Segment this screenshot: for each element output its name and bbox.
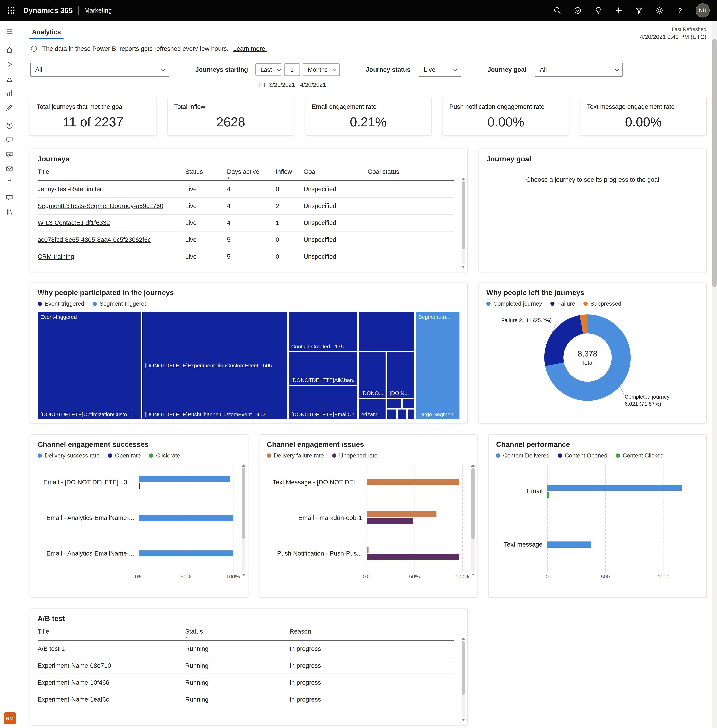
months-count-input[interactable]: 1 [284, 63, 300, 76]
bar[interactable] [547, 541, 591, 548]
bar[interactable] [367, 554, 459, 560]
chat-icon[interactable] [0, 190, 19, 205]
add-icon[interactable] [614, 6, 623, 15]
home-icon[interactable] [0, 43, 19, 57]
legend-item[interactable]: Open rate [108, 452, 141, 459]
bar[interactable] [547, 492, 549, 497]
journey-filter-dropdown[interactable]: All [30, 63, 169, 76]
search-icon[interactable] [553, 6, 562, 15]
library-icon[interactable] [0, 205, 19, 219]
legend-item[interactable]: Content Delivered [496, 452, 549, 459]
filter-icon[interactable] [635, 6, 644, 15]
treemap-tile[interactable] [387, 399, 401, 409]
legend-item[interactable]: Segment-triggered [93, 300, 148, 307]
journey-title-link[interactable]: W-L3-ContactEJ-df1f6332 [38, 219, 110, 226]
journey-status-dropdown[interactable]: Live [419, 63, 461, 76]
chart-scrollbar[interactable] [471, 464, 475, 576]
get-started-icon[interactable] [0, 57, 19, 72]
legend-item[interactable]: Delivery success rate [38, 452, 100, 459]
journey-title-link[interactable]: Jenny-Test-RateLimiter [38, 185, 102, 193]
tab-analytics[interactable]: Analytics [30, 26, 63, 39]
last-dropdown[interactable]: Last [255, 63, 281, 76]
journey-title-link[interactable]: CRM training [38, 253, 74, 260]
unit-dropdown[interactable]: Months [303, 63, 340, 76]
legend-item[interactable]: Failure [551, 300, 575, 307]
ab-scrollbar[interactable] [461, 638, 465, 721]
notes-icon[interactable] [0, 133, 19, 147]
treemap-tile[interactable] [358, 312, 415, 352]
treemap-tile[interactable]: Event-triggered[DONOTDELETE]Optimization… [38, 312, 141, 419]
edit-icon[interactable] [0, 100, 19, 115]
scroll-down-icon[interactable] [461, 719, 465, 721]
treemap-tile[interactable]: [DONOTDELETE]AllChan... [288, 352, 358, 385]
lightbulb-icon[interactable] [593, 6, 603, 15]
learn-more-link[interactable]: Learn more. [233, 45, 267, 52]
table-cell: 5 [227, 248, 276, 265]
scroll-down-icon[interactable] [461, 266, 465, 268]
treemap-tile[interactable] [402, 399, 415, 409]
col-title[interactable]: Title [38, 624, 185, 641]
col-days-active[interactable]: Days active▲ [227, 164, 276, 181]
treemap-tile[interactable]: [DONOTDELETE]ExperimentationCustomEvent … [142, 312, 288, 419]
col-title[interactable]: Title [38, 164, 185, 181]
treemap-tile[interactable]: [DONO... [358, 352, 386, 398]
treemap-tile[interactable]: Segment-tri...Large Segmen... [416, 312, 460, 419]
rm-badge[interactable]: RM [4, 712, 16, 724]
bar[interactable] [367, 511, 436, 517]
treemap-tile[interactable] [398, 409, 406, 419]
col-reason[interactable]: Reason [290, 624, 455, 641]
scroll-up-icon[interactable] [461, 638, 465, 640]
col-goal[interactable]: Goal [304, 164, 368, 181]
bar[interactable] [547, 485, 682, 491]
bar[interactable] [367, 479, 459, 485]
journey-title-link[interactable]: ac078fcd-8e65-4805-8aa4-0c5f23062f6c [38, 236, 151, 243]
waffle-icon[interactable] [5, 4, 18, 17]
page-scrollbar[interactable] [712, 21, 717, 728]
bar[interactable] [139, 551, 233, 557]
legend-item[interactable]: Event-triggered [38, 300, 84, 307]
legend-item[interactable]: Content Opened [558, 452, 607, 459]
page-scrollbar-thumb[interactable] [712, 38, 717, 287]
history-icon[interactable] [0, 118, 19, 133]
legend-item[interactable]: Content Clicked [616, 452, 664, 459]
legend-item[interactable]: Delivery failure rate [267, 452, 324, 459]
legend-item[interactable]: Suppressed [583, 300, 621, 307]
email-icon[interactable] [0, 162, 19, 176]
col-inflow[interactable]: Inflow [276, 164, 304, 181]
approvals-icon[interactable] [0, 147, 19, 162]
treemap-tile[interactable] [407, 409, 415, 419]
bar[interactable] [367, 518, 413, 524]
table-cell: In progress [290, 674, 455, 691]
treemap-tile[interactable]: [DONOTDELETE]EmailCh... [288, 385, 358, 419]
treemap-tile[interactable]: Contact Created - 175 [288, 312, 358, 352]
bar[interactable] [139, 515, 233, 521]
bar[interactable] [139, 483, 140, 489]
analytics-icon[interactable] [0, 86, 19, 100]
settings-gear-icon[interactable] [655, 6, 664, 15]
task-checker-icon[interactable] [573, 6, 583, 15]
journeys-scrollbar[interactable] [461, 178, 465, 268]
legend-item[interactable]: Unopened rate [332, 452, 378, 459]
bar[interactable] [367, 547, 369, 553]
menu-icon[interactable] [0, 24, 19, 39]
journey-goal-dropdown[interactable]: All [535, 63, 623, 76]
col-status[interactable]: Status [185, 164, 227, 181]
legend-item[interactable]: Click rate [149, 452, 180, 459]
treemap-tile[interactable]: [DO N... [387, 352, 415, 398]
col-status[interactable]: Status▲ [185, 624, 290, 641]
triggers-icon[interactable] [0, 72, 19, 86]
legend-item[interactable]: Completed journey [487, 300, 542, 307]
help-icon[interactable]: ? [675, 6, 685, 15]
app-name[interactable]: Marketing [84, 7, 112, 14]
brand-title[interactable]: Dynamics 365 [23, 6, 73, 15]
col-goal-status[interactable]: Goal status [368, 164, 455, 181]
bar[interactable] [139, 476, 230, 482]
scroll-up-icon[interactable] [461, 178, 465, 180]
push-notification-icon[interactable] [0, 176, 19, 190]
journey-title-link[interactable]: SegmentL3Tests-SegmentJourney-a59c2760 [38, 202, 163, 210]
treemap-tile[interactable] [387, 409, 397, 419]
avatar[interactable]: NU [696, 3, 709, 17]
legend-label: Delivery success rate [44, 452, 100, 459]
treemap-tile[interactable]: edzam... [358, 399, 386, 419]
chart-scrollbar[interactable] [241, 464, 246, 576]
